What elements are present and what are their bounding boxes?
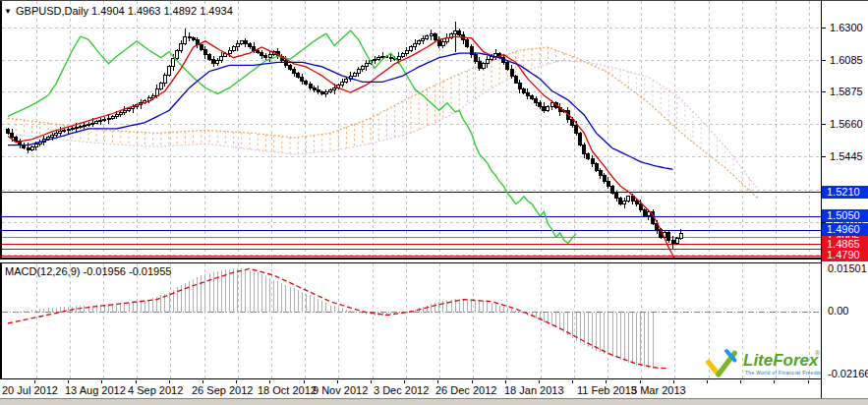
- kijun-sen-line: [8, 53, 673, 169]
- macd-panel[interactable]: [0, 262, 822, 379]
- chart-title: GBPUSD,Daily 1.4904 1.4963 1.4892 1.4934: [16, 5, 233, 17]
- price-level-lines: [2, 193, 822, 257]
- date-tick-mark: [337, 380, 338, 383]
- date-tick-mark: [572, 380, 573, 383]
- date-label: 5 Mar 2013: [631, 384, 686, 396]
- macd-histogram: [8, 268, 653, 369]
- price-tick-label: 1.5445: [830, 150, 863, 162]
- macd-scale-min: -0.02166: [828, 368, 868, 379]
- date-label: 4 Sep 2012: [128, 384, 183, 396]
- date-tick-mark: [101, 380, 102, 383]
- price-level-badge: 1.4790: [822, 249, 868, 261]
- date-label: 11 Feb 2013: [577, 384, 637, 396]
- date-label: 18 Oct 2012: [258, 384, 317, 396]
- price-level-badge: 1.5050: [822, 209, 868, 222]
- ichimoku-cloud: [8, 47, 758, 199]
- price-axis[interactable]: 0.01501 0.00 -0.02166 1.63001.60851.5875…: [822, 1, 868, 398]
- macd-scale-max: 0.01501: [828, 262, 867, 274]
- date-tick-mark: [505, 380, 506, 383]
- date-tick-mark: [808, 380, 809, 383]
- price-tick-mark: [822, 124, 826, 125]
- macd-name: MACD(12,26,9): [5, 265, 80, 277]
- candlestick-plot[interactable]: [2, 1, 822, 258]
- symbol-period-label: GBPUSD,Daily: [16, 5, 88, 17]
- mt4-chart-window: ▼ GBPUSD,Daily 1.4904 1.4963 1.4892 1.49…: [0, 0, 868, 405]
- date-axis[interactable]: 20 Jul 201213 Aug 20124 Sep 201226 Sep 2…: [0, 380, 868, 398]
- price-tick-mark: [822, 60, 826, 61]
- date-tick-mark: [774, 380, 775, 383]
- price-tick-label: 1.5875: [830, 86, 863, 97]
- date-tick-mark: [136, 380, 137, 383]
- macd-signal-value: -0.01955: [129, 265, 171, 277]
- price-tick-mark: [822, 156, 826, 157]
- date-tick-mark: [472, 380, 473, 383]
- date-tick-mark: [673, 380, 674, 383]
- liteforex-logo: LiteForex ® The World of Financial Freed…: [704, 348, 820, 378]
- price-tick-label: 1.6085: [830, 54, 863, 66]
- liteforex-tagline: The World of Financial Freedom: [745, 370, 824, 376]
- price-tick-mark: [822, 28, 826, 29]
- registered-mark: ®: [815, 350, 820, 357]
- date-tick-mark: [203, 380, 203, 383]
- date-tick-mark: [707, 380, 708, 383]
- date-label: 26 Dec 2012: [435, 384, 496, 396]
- date-tick-mark: [371, 380, 372, 383]
- chart-dropdown-arrow-icon[interactable]: ▼: [4, 7, 12, 16]
- date-label: 18 Jan 2013: [504, 384, 564, 396]
- date-tick-mark: [740, 380, 741, 383]
- macd-scale-zero: 0.00: [828, 305, 848, 317]
- liteforex-logo-icon: [704, 348, 741, 378]
- date-label: 3 Dec 2012: [374, 384, 429, 396]
- liteforex-wordmark: LiteForex: [743, 351, 819, 371]
- date-tick-mark: [437, 380, 438, 383]
- main-grid: [2, 1, 822, 258]
- ohlc-values-label: 1.4904 1.4963 1.4892 1.4934: [91, 5, 233, 17]
- macd-indicator-label: MACD(12,26,9) -0.01956 -0.01955: [5, 265, 171, 277]
- price-chart-panel[interactable]: [0, 1, 822, 260]
- date-label: 13 Aug 2012: [65, 384, 126, 396]
- date-tick-mark: [269, 380, 270, 383]
- price-level-badge: 1.4960: [822, 223, 868, 236]
- macd-grid: [2, 263, 822, 378]
- candles: [7, 22, 683, 249]
- date-tick-mark: [34, 380, 35, 383]
- date-tick-mark: [606, 380, 607, 383]
- price-tick-label: 1.6300: [830, 22, 863, 33]
- date-label: 20 Jul 2012: [2, 384, 58, 396]
- date-tick-mark: [640, 380, 641, 383]
- date-tick-mark: [68, 380, 69, 383]
- date-tick-mark: [304, 380, 305, 383]
- macd-main-value: -0.01956: [83, 265, 125, 277]
- date-label: 9 Nov 2012: [313, 384, 368, 396]
- date-tick-mark: [169, 380, 170, 383]
- date-tick-mark: [404, 380, 405, 383]
- tenkan-sen-line: [8, 36, 677, 258]
- macd-signal-line: [8, 268, 668, 369]
- date-tick-mark: [236, 380, 237, 383]
- price-tick-label: 1.5660: [830, 118, 863, 130]
- window-bottom-strip: [0, 398, 868, 405]
- price-tick-mark: [822, 91, 826, 92]
- date-label: 26 Sep 2012: [192, 384, 253, 396]
- macd-plot[interactable]: [2, 263, 822, 378]
- price-level-badge: 1.5210: [822, 186, 868, 199]
- date-tick-mark: [539, 380, 540, 383]
